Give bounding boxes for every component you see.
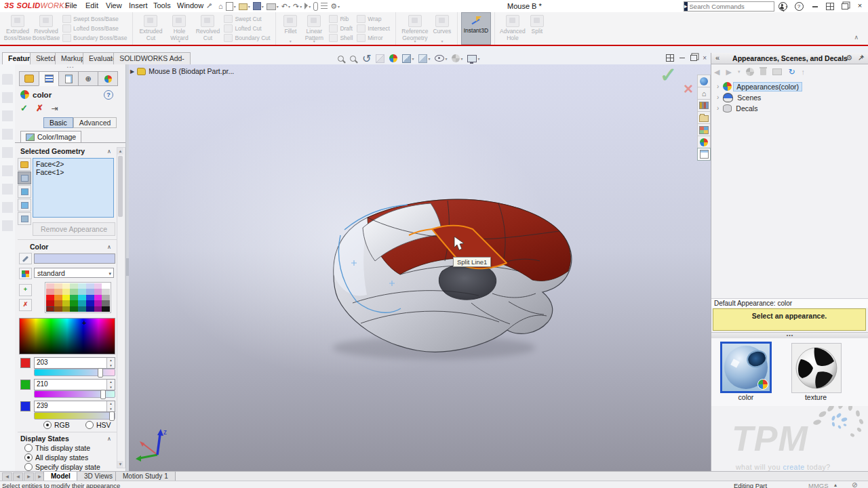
all-display-states-radio[interactable]: All display states — [24, 453, 88, 462]
file-explorer-tab[interactable] — [697, 111, 711, 124]
doc-minimize-icon[interactable] — [679, 58, 685, 59]
linear-pattern-button[interactable]: Linear Pattern▾ — [301, 14, 327, 43]
design-library-tab[interactable] — [697, 99, 711, 112]
palette-swatch[interactable] — [78, 295, 86, 300]
fillet-button[interactable]: Fillet▾ — [279, 14, 301, 43]
color-image-tab[interactable]: Color/Image — [20, 131, 81, 142]
palette-swatch[interactable] — [86, 295, 94, 300]
hide-show-items-button[interactable]: ▾ — [435, 55, 447, 62]
hole-wizard-button[interactable]: Hole Wizard▾ — [165, 14, 193, 43]
palette-swatch[interactable] — [86, 300, 94, 306]
menu-tools[interactable]: Tools — [151, 1, 174, 9]
instant3d-button[interactable]: Instant3D — [461, 12, 491, 45]
basic-button[interactable]: Basic — [43, 117, 73, 128]
annotation-tools-column[interactable] — [2, 74, 13, 237]
palette-swatch[interactable] — [94, 306, 102, 312]
list-button[interactable] — [321, 1, 328, 11]
home-button[interactable]: ⌂ — [218, 1, 223, 11]
restore-button[interactable] — [840, 1, 850, 11]
options-button[interactable]: ⚙▾ — [330, 1, 340, 11]
color-gradient-picker[interactable]: + — [19, 318, 115, 354]
propertymanager-tab[interactable] — [39, 71, 59, 86]
blue-value-box[interactable]: ▲▼ — [34, 401, 115, 412]
reference-geometry-button[interactable]: Reference Geometry▾ — [399, 14, 431, 43]
zoom-fit-button[interactable] — [338, 56, 345, 62]
rgb-radio[interactable]: RGB — [43, 421, 70, 429]
dimxpertmanager-tab[interactable]: ⊕ — [78, 71, 98, 86]
ribbon-collapse-icon[interactable]: ∧ — [854, 34, 859, 41]
shell-button[interactable]: Shell — [329, 34, 353, 42]
palette-swatch[interactable] — [94, 283, 102, 289]
menu-view[interactable]: View — [103, 1, 125, 9]
curves-button[interactable]: Curves▾ — [431, 14, 454, 43]
search-input[interactable] — [688, 3, 781, 10]
wrap-button[interactable]: Wrap — [357, 15, 390, 23]
red-value-input[interactable] — [35, 358, 105, 367]
refresh-icon[interactable]: ↻ — [788, 67, 795, 77]
palette-swatch[interactable] — [78, 300, 86, 306]
red-slider-knob[interactable] — [98, 368, 103, 378]
appearance-ball-icon[interactable] — [746, 68, 754, 76]
tree-item-label[interactable]: Appearances(color) — [733, 82, 802, 92]
palette-swatch[interactable] — [54, 283, 62, 289]
palette-swatch[interactable] — [54, 295, 62, 300]
search-commands-box[interactable]: ▸ ▾ — [684, 1, 774, 12]
advanced-button[interactable]: Advanced — [73, 117, 117, 128]
red-spinner[interactable]: ▲▼ — [106, 358, 115, 368]
swept-cut-button[interactable]: Swept Cut — [224, 15, 270, 23]
appearances-tab[interactable] — [697, 136, 711, 148]
cancel-button[interactable]: ✗ — [36, 103, 43, 113]
tree-item-decals[interactable]: › Decals — [717, 103, 757, 113]
confirm-cancel-icon[interactable]: × — [684, 79, 693, 98]
green-slider-knob[interactable] — [100, 390, 106, 399]
pm-help-icon[interactable]: ? — [104, 90, 113, 100]
marketplace-tab[interactable] — [697, 75, 711, 87]
palette-swatch[interactable] — [86, 283, 94, 289]
redo-button[interactable]: ↷▾ — [293, 1, 302, 11]
nav-forward-icon[interactable]: ▶ — [726, 68, 731, 77]
palette-swatch[interactable] — [70, 295, 78, 300]
palette-swatch[interactable] — [54, 289, 62, 294]
palette-swatch[interactable] — [62, 306, 71, 312]
selected-geometry-list[interactable]: Face<2> Face<1> — [33, 158, 114, 218]
tree-item-label[interactable]: Scenes — [737, 94, 761, 102]
green-slider[interactable] — [34, 390, 115, 398]
mirror-button[interactable]: Mirror — [357, 34, 390, 42]
filter-surface-button[interactable] — [18, 185, 31, 198]
minimize-button[interactable] — [810, 1, 821, 11]
advanced-hole-button[interactable]: Advanced Hole — [498, 14, 527, 43]
filter-face-button[interactable] — [18, 171, 31, 184]
extruded-boss-button[interactable]: Extruded Boss/Base — [3, 14, 32, 43]
tab-motion-study[interactable]: Motion Study 1 — [115, 472, 176, 481]
view-orientation-button[interactable]: ▾ — [402, 54, 414, 63]
filter-appearance-button[interactable] — [18, 158, 31, 171]
palette-swatch[interactable] — [46, 300, 54, 306]
this-display-state-radio[interactable]: This display state — [24, 444, 90, 452]
palette-swatch[interactable] — [54, 306, 62, 312]
blue-slider-knob[interactable] — [109, 411, 115, 421]
add-swatch-button[interactable]: + — [19, 284, 32, 296]
specify-display-state-radio[interactable]: Specify display state — [24, 463, 100, 471]
color-appearance-thumbnail[interactable] — [720, 342, 772, 393]
delete-icon[interactable] — [760, 68, 766, 75]
lofted-cut-button[interactable]: Lofted Cut — [224, 24, 270, 33]
view-settings-button[interactable]: ▾ — [467, 55, 479, 62]
blue-slider[interactable] — [34, 412, 115, 420]
palette-swatch[interactable] — [62, 295, 71, 300]
green-value-box[interactable]: ▲▼ — [34, 379, 115, 390]
expand-icon[interactable]: › — [717, 104, 719, 112]
palette-swatch[interactable] — [46, 283, 54, 289]
featuremanager-tab[interactable] — [19, 71, 39, 86]
displaymanager-tab[interactable] — [98, 71, 118, 86]
green-spinner[interactable]: ▲▼ — [106, 380, 115, 390]
display-states-collapse-icon[interactable]: ∧ — [107, 436, 111, 442]
palette-swatch[interactable] — [78, 306, 86, 312]
edit-appearance-button[interactable] — [389, 54, 397, 62]
palette-swatch[interactable] — [94, 295, 102, 300]
menu-edit[interactable]: Edit — [83, 1, 101, 9]
palette-swatch[interactable] — [54, 300, 62, 306]
palette-swatch[interactable] — [70, 306, 78, 312]
save-button[interactable]: ▾ — [253, 1, 264, 11]
texture-appearance-thumbnail[interactable] — [791, 343, 842, 393]
window-layout-button[interactable] — [825, 1, 835, 11]
